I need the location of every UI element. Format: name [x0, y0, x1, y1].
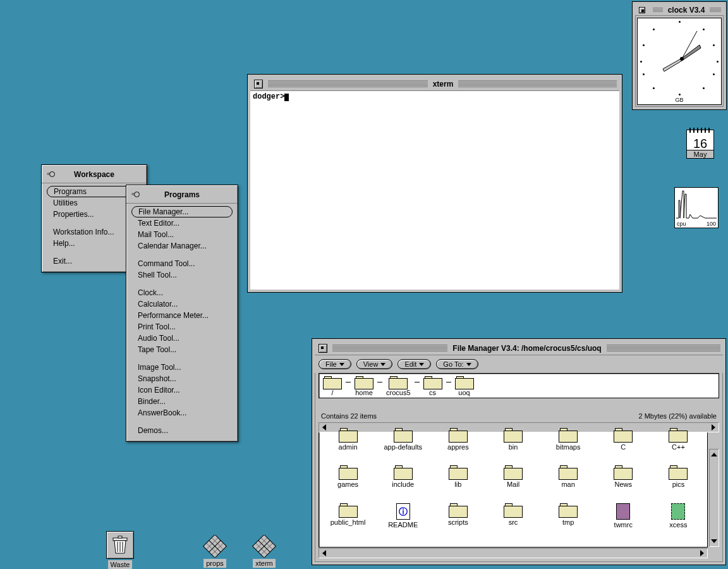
- filemanager-path: /homecrocus5csuoq: [318, 373, 719, 398]
- menu-item-text-editor[interactable]: Text Editor...: [126, 217, 238, 229]
- arrow-left-icon[interactable]: [320, 549, 329, 558]
- file-item[interactable]: scripts: [432, 503, 484, 542]
- menu-item-command-tool[interactable]: Command Tool...: [126, 258, 238, 269]
- file-item[interactable]: Mail: [487, 465, 539, 501]
- clock-window[interactable]: clock V3.4 GB: [633, 2, 726, 109]
- file-item[interactable]: src: [487, 503, 539, 542]
- calendar-month: May: [687, 150, 713, 158]
- folder-icon: [559, 465, 578, 479]
- file-label: bitmaps: [542, 443, 595, 451]
- cpu-meter-icon[interactable]: cpu 100: [671, 187, 722, 228]
- menu-item-clock[interactable]: Clock...: [126, 287, 238, 298]
- file-item[interactable]: C++: [652, 428, 705, 464]
- xterm-desktop-icon[interactable]: xterm: [245, 535, 283, 568]
- file-item[interactable]: bin: [487, 428, 539, 464]
- go-to-button[interactable]: Go To:: [436, 359, 478, 369]
- arrow-left-icon[interactable]: [320, 423, 329, 432]
- menu-item-answerbook[interactable]: AnswerBook...: [126, 407, 238, 419]
- path-segment[interactable]: crocus5: [386, 376, 411, 396]
- file-label: tmp: [542, 518, 595, 526]
- menu-item-tape-tool[interactable]: Tape Tool...: [126, 344, 238, 355]
- file-item[interactable]: bitmaps: [542, 428, 595, 464]
- pushpin-icon[interactable]: [47, 171, 54, 177]
- file-label: C: [597, 443, 650, 451]
- disk-space: 2 Mbytes (22%) available: [638, 412, 717, 420]
- file-label: admin: [322, 443, 374, 451]
- menu-item-icon-editor[interactable]: Icon Editor...: [126, 384, 238, 396]
- view-button[interactable]: View: [356, 359, 393, 369]
- clock-titlebar[interactable]: clock V3.4: [635, 4, 724, 16]
- menu-item-snapshot[interactable]: Snapshot...: [126, 373, 238, 384]
- path-segment[interactable]: uoq: [455, 376, 474, 396]
- file-item[interactable]: pics: [652, 465, 705, 501]
- menu-title: Programs: [126, 188, 238, 204]
- calendar-desktop-icon[interactable]: 16 May: [681, 130, 719, 159]
- folder-open-icon: [389, 376, 408, 389]
- close-icon[interactable]: [318, 344, 327, 353]
- file-item[interactable]: tmp: [542, 503, 595, 542]
- path-connector: [377, 382, 382, 382]
- close-icon[interactable]: [639, 7, 645, 13]
- arrow-down-icon[interactable]: [710, 537, 719, 546]
- menu-item-performance-meter[interactable]: Performance Meter...: [126, 310, 238, 321]
- menu-item-audio-tool[interactable]: Audio Tool...: [126, 333, 238, 344]
- file-item[interactable]: xcess: [652, 503, 705, 542]
- edit-button[interactable]: Edit: [397, 359, 431, 369]
- path-connector: [346, 382, 351, 382]
- menu-item-image-tool[interactable]: Image Tool...: [126, 362, 238, 373]
- file-item[interactable]: man: [542, 465, 595, 501]
- filemanager-file-grid[interactable]: adminapp-defaultsappresbinbitmapsCC++gam…: [318, 422, 708, 548]
- filemanager-titlebar[interactable]: File Manager V3.4: /home/crocus5/cs/uoq: [315, 341, 723, 355]
- file-item[interactable]: News: [597, 465, 650, 501]
- folder-open-icon: [455, 376, 474, 389]
- xterm-terminal[interactable]: dodger>: [250, 91, 619, 290]
- file-item[interactable]: games: [322, 465, 374, 501]
- props-label: props: [203, 559, 226, 568]
- file-label: C++: [652, 443, 705, 451]
- file-item[interactable]: appres: [432, 428, 484, 464]
- menu-item-shell-tool[interactable]: Shell Tool...: [126, 269, 238, 281]
- file-item[interactable]: app-defaults: [377, 428, 429, 464]
- filemanager-window[interactable]: File Manager V3.4: /home/crocus5/cs/uoq …: [312, 339, 725, 565]
- close-icon[interactable]: [254, 80, 263, 89]
- arrow-up-icon[interactable]: [710, 450, 719, 459]
- path-segment[interactable]: home: [355, 376, 373, 396]
- arrow-right-icon[interactable]: [709, 423, 718, 432]
- clock-hands: [638, 18, 726, 101]
- file-item[interactable]: public_html: [322, 503, 374, 542]
- scrollbar-vertical[interactable]: [709, 449, 719, 547]
- clock-title: clock V3.4: [663, 6, 710, 15]
- xterm-label: xterm: [253, 559, 276, 568]
- menu-item-calculator[interactable]: Calculator...: [126, 298, 238, 310]
- menu-item-calendar-manager[interactable]: Calendar Manager...: [126, 240, 238, 252]
- menu-item-print-tool[interactable]: Print Tool...: [126, 321, 238, 333]
- xterm-window[interactable]: xterm dodger>: [248, 75, 622, 292]
- menu-item-mail-tool[interactable]: Mail Tool...: [126, 229, 238, 240]
- menu-item-file-manager[interactable]: File Manager...: [131, 206, 233, 217]
- xterm-titlebar[interactable]: xterm: [250, 77, 619, 91]
- file-item[interactable]: C: [597, 428, 650, 464]
- menu-item-binder[interactable]: Binder...: [126, 396, 238, 407]
- scrollbar-horizontal[interactable]: [318, 548, 708, 558]
- programs-menu[interactable]: Programs File Manager...Text Editor...Ma…: [126, 185, 238, 442]
- trash-icon: [106, 531, 134, 559]
- file-item[interactable]: include: [377, 465, 429, 501]
- file-item[interactable]: twmrc: [597, 503, 650, 542]
- folder-icon: [504, 465, 523, 479]
- path-segment[interactable]: /: [323, 376, 342, 396]
- waste-desktop-icon[interactable]: Waste: [101, 531, 139, 569]
- folder-icon: [559, 503, 578, 517]
- file-item[interactable]: lib: [432, 465, 484, 501]
- props-desktop-icon[interactable]: props: [196, 535, 234, 568]
- pushpin-icon[interactable]: [131, 191, 139, 197]
- menu-item-demos[interactable]: Demos...: [126, 425, 238, 436]
- file-item[interactable]: admin: [322, 428, 374, 464]
- cpu-label: cpu: [677, 221, 686, 227]
- file-label: src: [487, 518, 539, 526]
- file-item[interactable]: README: [377, 503, 429, 542]
- file-button[interactable]: File: [318, 359, 351, 369]
- arrow-right-icon[interactable]: [698, 549, 707, 558]
- folder-icon: [394, 465, 413, 479]
- folder-icon: [449, 428, 468, 442]
- path-segment[interactable]: cs: [423, 376, 442, 396]
